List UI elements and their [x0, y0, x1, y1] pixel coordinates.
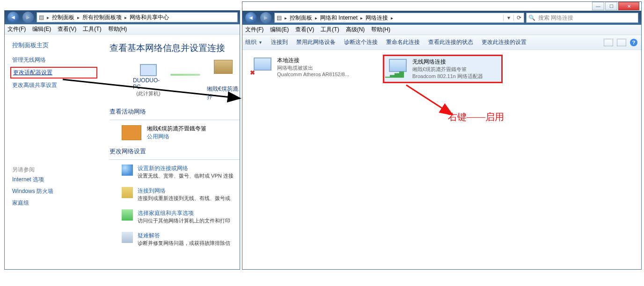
cmd-connect-to[interactable]: 连接到 — [271, 38, 288, 46]
menu-bar: 文件(F) 编辑(E) 查看(V) 工具(T) 帮助(H) — [5, 24, 240, 35]
title-controls: — ☐ ✕ — [242, 2, 641, 11]
cmd-organize[interactable]: 组织▼ — [245, 38, 263, 46]
preview-pane-button[interactable] — [617, 39, 626, 46]
divider — [110, 159, 240, 160]
chevron-down-icon: ▼ — [258, 40, 263, 45]
address-icon: ▤ — [39, 14, 44, 21]
menu-view[interactable]: 查看(V) — [295, 26, 314, 34]
home-icon — [122, 209, 133, 221]
device-local-connection[interactable]: ✖ 本地连接 网络电缆被拔出 Qualcomm Atheros AR8152/8… — [249, 55, 369, 83]
menu-help[interactable]: 帮助(H) — [371, 26, 390, 34]
gear-icon — [122, 164, 133, 176]
pc-name: DUODUO-PC — [133, 77, 164, 90]
breadcrumb-item[interactable]: 控制面板 — [288, 13, 314, 23]
menu-file[interactable]: 文件(F) — [245, 26, 263, 34]
cmd-status[interactable]: 查看此连接的状态 — [428, 38, 473, 46]
cmd-change-settings[interactable]: 更改此连接的设置 — [482, 38, 527, 46]
address-bar[interactable]: ▤ ▸ 控制面板 ▸ 网络和 Internet ▸ 网络连接 ▸ ▾ ⟳ — [274, 13, 524, 23]
address-dropdown[interactable]: ▾ — [503, 14, 513, 21]
back-button[interactable]: ◄ — [7, 12, 19, 23]
breadcrumb-sep-icon: ▸ — [390, 15, 394, 21]
cmd-diagnose[interactable]: 诊断这个连接 — [344, 38, 378, 46]
breadcrumb-sep-icon: ▸ — [76, 15, 80, 20]
menu-tools[interactable]: 工具(T) — [321, 26, 339, 34]
refresh-button[interactable]: ⟳ — [513, 14, 524, 21]
disconnected-icon: ✖ — [250, 69, 255, 76]
device-adapter: Broadcom 802.11n 网络适配器 — [412, 73, 483, 80]
search-icon: 🔍 — [528, 14, 535, 21]
option-desc: 诊断并修复网络问题，或获得故障排除信 — [138, 240, 230, 247]
menu-tools[interactable]: 工具(T) — [83, 25, 101, 33]
internet-icon — [214, 60, 233, 74]
cmd-rename[interactable]: 重命名此连接 — [386, 38, 420, 46]
sidebar-link-internet-options[interactable]: Internet 选项 — [12, 174, 95, 186]
forward-button[interactable]: ► — [22, 12, 34, 23]
internet-name: 缃戝€熀笏漉芥 — [207, 85, 240, 101]
option-title: 设置新的连接或网络 — [138, 164, 234, 172]
breadcrumb-item[interactable]: 网络和共享中心 — [128, 13, 171, 22]
device-status: 网络电缆被拔出 — [277, 64, 349, 72]
sidebar-link-adapter-settings[interactable]: 更改适配器设置 — [10, 67, 97, 79]
view-options-button[interactable] — [604, 39, 613, 46]
active-network-type[interactable]: 公用网络 — [147, 133, 206, 141]
active-network: 缃戝€熀笏漉芥畳鐡夸箠 公用网络 — [122, 125, 240, 141]
breadcrumb-sep-icon: ▸ — [314, 15, 318, 21]
sidebar: 控制面板主页 管理无线网络 更改适配器设置 更改高级共享设置 另请参阅 Inte… — [5, 35, 103, 269]
internet-node: 缃戝€熀笏漉芥 — [207, 60, 240, 101]
folder-view: ✖ 本地连接 网络电缆被拔出 Qualcomm Atheros AR8152/8… — [242, 50, 641, 88]
menu-edit[interactable]: 编辑(E) — [32, 25, 51, 33]
address-bar[interactable]: ▤ ▸ 控制面板 ▸ 所有控制面板项 ▸ 网络和共享中心 — [37, 12, 238, 22]
breadcrumb-sep-icon: ▸ — [284, 15, 288, 21]
search-placeholder: 搜索 网络连接 — [538, 14, 573, 22]
device-icon: ▁▃▅▇ — [386, 58, 409, 77]
menu-edit[interactable]: 编辑(E) — [270, 26, 289, 34]
bench-icon — [122, 125, 141, 140]
connection-line-icon — [170, 74, 200, 76]
left-window: ◄ ► ▤ ▸ 控制面板 ▸ 所有控制面板项 ▸ 网络和共享中心 文件(F) 编… — [4, 10, 240, 270]
signal-icon: ▁▃▅▇ — [385, 71, 404, 78]
menu-advanced[interactable]: 高级(N) — [346, 26, 365, 34]
cmd-disable[interactable]: 禁用此网络设备 — [296, 38, 336, 46]
page-title: 查看基本网络信息并设置连接 — [110, 42, 240, 54]
sidebar-link-sharing[interactable]: 更改高级共享设置 — [12, 79, 95, 91]
option-title: 疑难解答 — [138, 232, 230, 240]
option-desc: 连接到或重新连接到无线、有线、拨号或 — [138, 195, 230, 202]
sidebar-link-homegroup[interactable]: 家庭组 — [12, 197, 95, 209]
divider — [110, 120, 240, 120]
section-active-label: 查看活动网络 — [110, 107, 240, 116]
search-box[interactable]: 🔍 搜索 网络连接 — [526, 13, 638, 23]
option-homegroup[interactable]: 选择家庭组和共享选项访问位于其他网络计算机上的文件和打印 — [122, 209, 240, 224]
see-also-label: 另请参阅 — [12, 166, 95, 174]
window-body: 控制面板主页 管理无线网络 更改适配器设置 更改高级共享设置 另请参阅 Inte… — [5, 35, 240, 269]
menu-file[interactable]: 文件(F) — [7, 25, 26, 33]
section-change-label: 更改网络设置 — [110, 147, 240, 156]
breadcrumb-item[interactable]: 网络连接 — [364, 13, 390, 23]
main-pane: 查看基本网络信息并设置连接 DUODUO-PC (此计算机) 缃戝€熀笏漉芥 查… — [103, 35, 240, 269]
forward-button[interactable]: ► — [260, 12, 271, 23]
sidebar-link-firewall[interactable]: Windows 防火墙 — [12, 186, 95, 197]
breadcrumb-item[interactable]: 所有控制面板项 — [80, 13, 124, 22]
option-troubleshoot[interactable]: 疑难解答诊断并修复网络问题，或获得故障排除信 — [122, 232, 240, 247]
active-network-name: 缃戝€熀笏漉芥畳鐡夸箠 — [147, 125, 206, 133]
option-title: 选择家庭组和共享选项 — [138, 209, 230, 217]
breadcrumb-item[interactable]: 网络和 Internet — [318, 13, 359, 23]
help-button[interactable]: ? — [630, 39, 637, 46]
back-button[interactable]: ◄ — [245, 12, 256, 23]
menu-help[interactable]: 帮助(H) — [108, 25, 127, 33]
breadcrumb-item[interactable]: 控制面板 — [50, 13, 76, 22]
minimize-button[interactable]: — — [592, 2, 604, 10]
sidebar-heading: 控制面板主页 — [12, 41, 95, 50]
command-bar: 组织▼ 连接到 禁用此网络设备 诊断这个连接 重命名此连接 查看此连接的状态 更… — [242, 35, 641, 50]
option-connect[interactable]: 连接到网络连接到或重新连接到无线、有线、拨号或 — [122, 187, 240, 202]
device-name: 无线网络连接 — [412, 58, 483, 66]
annotation-text: 右键——启用 — [448, 111, 504, 123]
option-desc: 访问位于其他网络计算机上的文件和打印 — [138, 217, 230, 224]
device-wireless-connection[interactable]: ▁▃▅▇ 无线网络连接 缃戝€熀笏漉芥畳鐡夸箠 Broadcom 802.11n… — [383, 55, 503, 83]
network-map: DUODUO-PC (此计算机) 缃戝€熀笏漉芥 — [133, 60, 240, 101]
option-new-connection[interactable]: 设置新的连接或网络设置无线、宽带、拨号、临时或 VPN 连接 — [122, 164, 240, 179]
menu-view[interactable]: 查看(V) — [58, 25, 76, 33]
sidebar-link-wireless[interactable]: 管理无线网络 — [12, 54, 95, 66]
menu-bar: 文件(F) 编辑(E) 查看(V) 工具(T) 高级(N) 帮助(H) — [242, 25, 641, 35]
close-button[interactable]: ✕ — [618, 2, 639, 10]
maximize-button[interactable]: ☐ — [605, 2, 617, 10]
